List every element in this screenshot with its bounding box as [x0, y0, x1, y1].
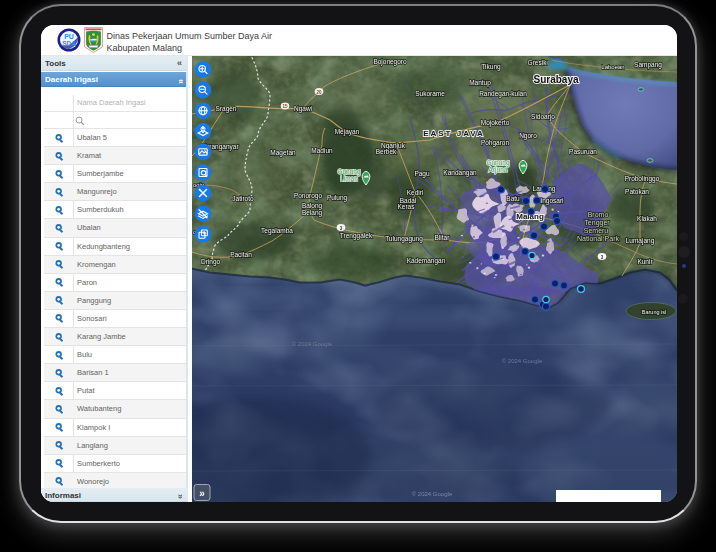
svg-text:Patokan: Patokan	[625, 188, 649, 195]
svg-text:Jatiroto: Jatiroto	[232, 195, 254, 202]
svg-text:Laboean: Laboean	[601, 64, 624, 70]
svg-text:Semeru: Semeru	[584, 227, 609, 234]
svg-text:Ngoro: Ngoro	[519, 132, 537, 140]
svg-text:© 2024 Google: © 2024 Google	[412, 491, 453, 497]
svg-text:National Park: National Park	[577, 235, 620, 242]
svg-text:Sidoarjo: Sidoarjo	[531, 113, 555, 121]
svg-text:Pagu: Pagu	[414, 170, 430, 178]
svg-text:Kademangan: Kademangan	[407, 257, 446, 265]
svg-text:Mojokerto: Mojokerto	[481, 119, 510, 127]
svg-text:Kediri: Kediri	[407, 189, 424, 196]
svg-text:Tulungagung: Tulungagung	[385, 235, 423, 243]
svg-text:Pasuruan: Pasuruan	[569, 148, 597, 155]
svg-text:Randegan-kulan: Randegan-kulan	[479, 90, 527, 98]
svg-text:Pacitan: Pacitan	[230, 251, 252, 258]
svg-text:PU: PU	[64, 32, 74, 39]
svg-text:Pulung: Pulung	[327, 194, 348, 202]
svg-text:Kandangan: Kandangan	[443, 169, 477, 177]
svg-text:Ngawi: Ngawi	[294, 105, 312, 113]
svg-text:© 2024 Google: © 2024 Google	[292, 341, 333, 347]
svg-text:Sampang: Sampang	[634, 61, 662, 69]
svg-text:Mejayan: Mejayan	[335, 128, 360, 136]
svg-text:Mantup: Mantup	[469, 79, 491, 87]
svg-text:Arjuna: Arjuna	[489, 166, 508, 174]
svg-text:Magetan: Magetan	[270, 149, 296, 157]
svg-text:Trenggalek: Trenggalek	[340, 232, 373, 240]
svg-text:20: 20	[316, 90, 322, 95]
svg-text:Probolinggo: Probolinggo	[625, 175, 660, 183]
svg-text:EAST JAVA: EAST JAVA	[423, 129, 485, 138]
svg-text:Tikung: Tikung	[481, 63, 501, 71]
svg-text:Tengger: Tengger	[584, 219, 610, 227]
svg-text:Sragen: Sragen	[216, 105, 237, 113]
svg-text:Pohgaron: Pohgaron	[481, 139, 510, 147]
svg-text:Blitar: Blitar	[435, 234, 451, 241]
svg-text:15: 15	[282, 104, 288, 109]
svg-text:© 2024 Google: © 2024 Google	[502, 358, 543, 364]
svg-text:Dringo: Dringo	[201, 258, 221, 266]
svg-text:Belang: Belang	[302, 209, 323, 217]
svg-text:Bromo: Bromo	[588, 211, 609, 218]
svg-text:Kunir: Kunir	[637, 258, 653, 265]
svg-text:Tegalamba: Tegalamba	[261, 227, 293, 235]
svg-text:Liman: Liman	[340, 175, 358, 182]
svg-text:Batu: Batu	[506, 195, 520, 202]
svg-text:Klakah: Klakah	[637, 215, 657, 222]
svg-text:Bojonegoro: Bojonegoro	[373, 58, 407, 66]
svg-text:Ponorogo: Ponorogo	[294, 192, 323, 200]
svg-text:Lumajang: Lumajang	[626, 237, 655, 245]
svg-text:SDA: SDA	[62, 40, 76, 47]
svg-text:Barung isl: Barung isl	[642, 309, 666, 315]
svg-text:»: »	[199, 488, 205, 499]
svg-text:Keras: Keras	[398, 203, 416, 210]
svg-text:Surabaya: Surabaya	[533, 74, 578, 85]
svg-text:Madiun: Madiun	[311, 147, 333, 154]
svg-text:Berbek: Berbek	[376, 148, 397, 155]
svg-text:Sukorame: Sukorame	[415, 90, 445, 97]
svg-text:Gresik: Gresik	[528, 59, 548, 66]
